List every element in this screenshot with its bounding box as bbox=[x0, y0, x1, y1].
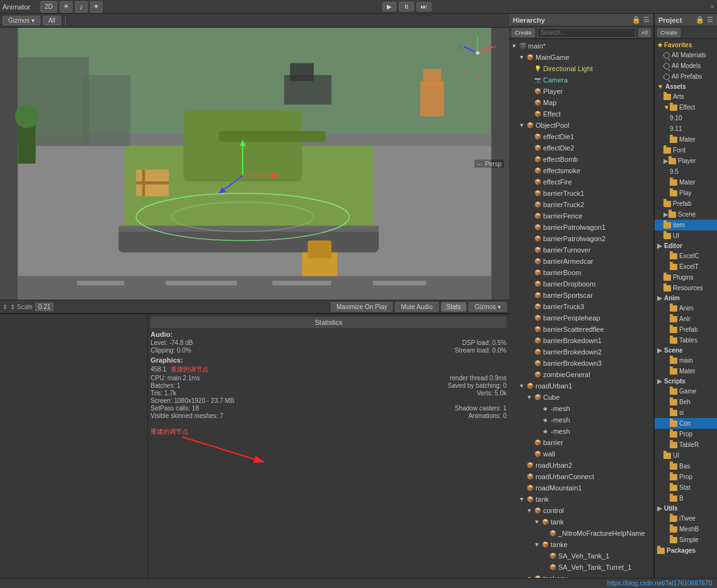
tree-item[interactable]: 📦barrierPatrolwagon2 bbox=[509, 233, 653, 244]
project-item[interactable]: All Prefabs bbox=[655, 71, 717, 82]
project-item[interactable]: ExcelC bbox=[655, 251, 717, 261]
light-icon[interactable]: ☀ bbox=[60, 1, 72, 13]
all-button[interactable]: All bbox=[43, 16, 61, 25]
tree-item[interactable]: 📦barrierBoom bbox=[509, 267, 653, 278]
tree-item[interactable]: 📦Map bbox=[509, 97, 653, 108]
tree-item[interactable]: ▼📦tanke bbox=[509, 539, 653, 550]
tree-item[interactable]: 📦barrierTruck3 bbox=[509, 301, 653, 312]
project-item[interactable]: Anir bbox=[655, 314, 717, 324]
con-selected[interactable]: Con bbox=[655, 418, 717, 429]
project-item[interactable]: iTwee bbox=[655, 513, 717, 524]
tree-item[interactable]: 📦barrierTruck2 bbox=[509, 199, 653, 210]
tree-item[interactable]: ▼📦control bbox=[509, 505, 653, 516]
project-item[interactable]: 9.10 bbox=[655, 113, 717, 123]
project-item[interactable]: MeshB bbox=[655, 524, 717, 534]
mute-audio[interactable]: Mute Audio bbox=[395, 302, 438, 312]
player-folder-item[interactable]: ▶Player bbox=[655, 155, 717, 166]
tree-item[interactable]: 📦barrierPeopleheap bbox=[509, 312, 653, 324]
tree-item[interactable]: 📦barrierTurnover bbox=[509, 244, 653, 256]
project-item[interactable]: Font bbox=[655, 145, 717, 155]
project-item[interactable]: Resources bbox=[655, 283, 717, 293]
lock-icon-proj[interactable]: 🔒 bbox=[696, 16, 704, 24]
tree-item[interactable]: 📦wall bbox=[509, 448, 653, 460]
tree-item[interactable]: 📦barrierBrokedown1 bbox=[509, 335, 653, 346]
project-item[interactable]: B bbox=[655, 493, 717, 504]
project-item[interactable]: Arts bbox=[655, 91, 717, 102]
tree-item[interactable]: 📦roadUrbanConnect bbox=[509, 471, 653, 482]
tree-item[interactable]: 📦Player bbox=[509, 86, 653, 97]
tree-item[interactable]: ▼📦tank bbox=[509, 516, 653, 528]
tree-item[interactable]: 📦Effect bbox=[509, 108, 653, 120]
effects-icon[interactable]: ✦ bbox=[90, 1, 103, 13]
step-button[interactable]: ⏭ bbox=[416, 2, 432, 11]
tree-item[interactable]: 📦barrierFence bbox=[509, 210, 653, 222]
stats-button[interactable]: Stats bbox=[441, 302, 467, 312]
project-item[interactable]: Prefab bbox=[655, 198, 717, 209]
project-item[interactable]: All Models bbox=[655, 60, 717, 71]
tree-item[interactable]: 📦barrierSportscar bbox=[509, 290, 653, 301]
menu-icon-proj[interactable]: ☰ bbox=[707, 16, 713, 24]
collapse-icon[interactable]: ≡ bbox=[711, 3, 714, 10]
tree-item[interactable]: ▼🎬main* bbox=[509, 40, 653, 52]
project-item[interactable]: Mater bbox=[655, 177, 717, 188]
project-item[interactable]: Prop bbox=[655, 429, 717, 439]
tree-item[interactable]: ▼📦tankegu bbox=[509, 573, 653, 578]
project-item[interactable]: Play bbox=[655, 188, 717, 198]
tree-item[interactable]: 📦effectFire bbox=[509, 176, 653, 188]
project-item[interactable]: Prop bbox=[655, 472, 717, 482]
tree-item[interactable]: 📦barrierPatrolwagon1 bbox=[509, 222, 653, 233]
scene-folder-item[interactable]: ▶Scene bbox=[655, 209, 717, 220]
tree-item[interactable]: 📦SA_Veh_Tank_Turret_1 bbox=[509, 562, 653, 573]
tree-item[interactable]: ▼📦tank bbox=[509, 494, 653, 505]
project-create[interactable]: Create bbox=[657, 28, 680, 37]
effect-folder-item[interactable]: ▼Effect bbox=[655, 102, 717, 113]
project-item[interactable]: 9.5 bbox=[655, 166, 717, 177]
create-button[interactable]: Create bbox=[512, 28, 535, 37]
tree-item[interactable]: 📦barrierTruck1 bbox=[509, 188, 653, 199]
tree-item[interactable]: 📦barrierScatteredflee bbox=[509, 324, 653, 335]
tree-item[interactable]: 💡Directional Light bbox=[509, 63, 653, 74]
tree-item[interactable]: 📦SA_Veh_Tank_1 bbox=[509, 550, 653, 562]
project-item[interactable]: main bbox=[655, 355, 717, 366]
tree-item[interactable]: 📦effectDie1 bbox=[509, 131, 653, 142]
project-item[interactable]: Mater bbox=[655, 366, 717, 376]
hierarchy-search[interactable] bbox=[537, 28, 636, 38]
tree-item[interactable]: ▼📦roadUrban1 bbox=[509, 380, 653, 392]
project-item[interactable]: Stat bbox=[655, 482, 717, 493]
tree-item[interactable]: 📷Camera bbox=[509, 74, 653, 86]
tree-item[interactable]: 📦barrierArmedcar bbox=[509, 256, 653, 267]
tree-item[interactable]: 📦roadUrban2 bbox=[509, 460, 653, 471]
project-item[interactable]: Anim bbox=[655, 303, 717, 314]
gizmos-button[interactable]: Gizmos ▾ bbox=[3, 16, 40, 25]
tree-item[interactable]: ◈-mesh bbox=[509, 403, 653, 414]
project-item[interactable]: Bas bbox=[655, 461, 717, 472]
tree-item[interactable]: 📦barrier bbox=[509, 437, 653, 448]
tree-item[interactable]: 📦effectDie2 bbox=[509, 142, 653, 154]
project-item[interactable]: Plugins bbox=[655, 272, 717, 283]
tree-item[interactable]: 📦zombieGeneral bbox=[509, 369, 653, 380]
project-item[interactable]: Game bbox=[655, 386, 717, 397]
tree-item[interactable]: 📦barrierBrokedown2 bbox=[509, 346, 653, 358]
project-item[interactable]: Simple bbox=[655, 534, 717, 545]
tree-item[interactable]: ▼📦MainGame bbox=[509, 52, 653, 63]
project-item[interactable]: UI bbox=[655, 230, 717, 241]
project-item[interactable]: All Materials bbox=[655, 50, 717, 60]
all-btn[interactable]: All bbox=[638, 28, 651, 37]
tree-item[interactable]: ◈-mesh bbox=[509, 426, 653, 437]
project-item[interactable]: si bbox=[655, 407, 717, 418]
2d-button[interactable]: 2D bbox=[40, 1, 57, 13]
tree-item[interactable]: 📦roadMountain1 bbox=[509, 482, 653, 494]
pause-button[interactable]: ⏸ bbox=[399, 2, 414, 11]
scene-view[interactable]: ✕ bbox=[0, 28, 509, 300]
audio-icon[interactable]: ♪ bbox=[75, 1, 88, 13]
tree-item[interactable]: 📦effectsmoke bbox=[509, 165, 653, 176]
tree-item[interactable]: 📦_NitroMoFractureHelpName bbox=[509, 528, 653, 539]
project-item[interactable]: ExcelT bbox=[655, 261, 717, 272]
project-item[interactable]: TableR bbox=[655, 439, 717, 450]
maximize-on-play[interactable]: Maximize On Play bbox=[331, 302, 393, 312]
lock-icon[interactable]: 🔒 bbox=[632, 16, 641, 24]
menu-icon[interactable]: ☰ bbox=[643, 16, 650, 24]
project-item[interactable]: Mater bbox=[655, 134, 717, 145]
play-button[interactable]: ▶ bbox=[382, 2, 396, 11]
project-item[interactable]: Beh bbox=[655, 397, 717, 407]
